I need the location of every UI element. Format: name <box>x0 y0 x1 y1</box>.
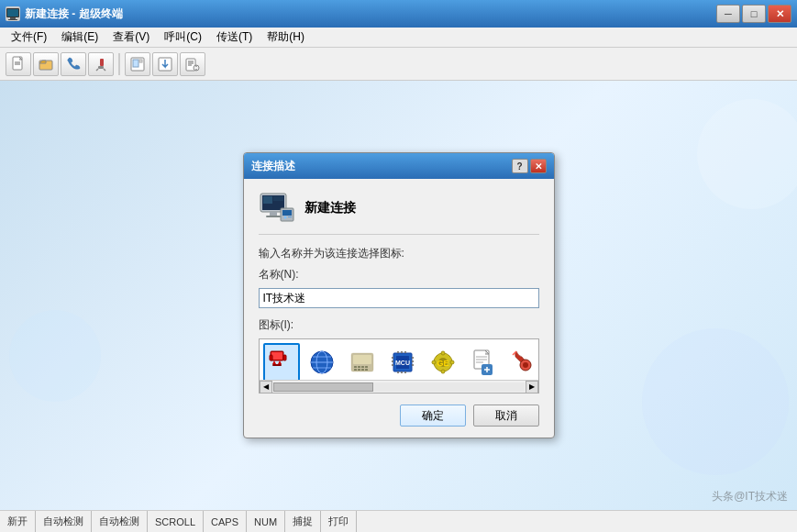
dialog-name-input[interactable] <box>259 288 539 308</box>
toolbar-props-btn[interactable] <box>180 52 205 76</box>
minimize-button[interactable]: ─ <box>716 5 740 23</box>
main-area: 连接描述 ? ✕ <box>0 81 797 510</box>
close-button[interactable]: ✕ <box>768 5 791 23</box>
icon-scrollbar: ◀ ▶ <box>260 380 538 393</box>
menu-call[interactable]: 呼叫(C) <box>157 28 209 47</box>
status-capture: 捕捉 <box>285 511 321 532</box>
svg-line-10 <box>96 69 98 71</box>
computer-icon <box>259 192 295 225</box>
toolbar-phone-btn[interactable] <box>61 52 86 76</box>
status-num: NUM <box>247 511 285 532</box>
svg-rect-64 <box>412 364 414 366</box>
svg-rect-37 <box>271 352 282 360</box>
svg-rect-50 <box>361 366 364 368</box>
svg-rect-49 <box>358 366 360 368</box>
modal-overlay: 连接描述 ? ✕ <box>0 81 797 510</box>
svg-rect-47 <box>353 355 371 364</box>
dialog-content: 新建连接 输入名称并为该连接选择图标: 名称(N): 图标(I): <box>244 179 554 438</box>
svg-rect-29 <box>273 196 283 201</box>
svg-rect-33 <box>282 210 292 216</box>
svg-rect-59 <box>392 357 393 359</box>
dialog-description: 输入名称并为该连接选择图标: <box>259 246 539 261</box>
icon-item-7[interactable] <box>505 343 539 382</box>
status-scroll: SCROLL <box>148 511 204 532</box>
menu-transfer[interactable]: 传送(T) <box>209 28 260 47</box>
menu-bar: 文件(F) 编辑(E) 查看(V) 呼叫(C) 传送(T) 帮助(H) <box>0 28 797 48</box>
svg-rect-63 <box>412 360 414 362</box>
icon-item-6[interactable] <box>465 343 502 382</box>
svg-rect-51 <box>365 366 368 368</box>
dialog-header-title: 新建连接 <box>304 200 356 216</box>
svg-rect-28 <box>263 196 272 204</box>
svg-point-34 <box>283 216 286 219</box>
cancel-button[interactable]: 取消 <box>473 405 539 427</box>
svg-rect-8 <box>100 59 104 66</box>
menu-edit[interactable]: 编辑(E) <box>54 28 105 47</box>
confirm-button[interactable]: 确定 <box>400 405 466 427</box>
svg-rect-66 <box>401 351 403 353</box>
icon-item-5[interactable]: GE <box>425 343 461 382</box>
svg-text:MCU: MCU <box>395 360 410 366</box>
status-print: 打印 <box>321 511 357 532</box>
dialog-title-bar: 连接描述 ? ✕ <box>244 153 554 179</box>
dialog-header: 新建连接 <box>259 192 539 235</box>
scroll-track[interactable] <box>273 382 525 392</box>
svg-rect-3 <box>8 19 17 20</box>
dialog-title: 连接描述 <box>251 159 512 174</box>
toolbar-new-btn[interactable] <box>6 52 31 76</box>
status-auto2: 自动检测 <box>92 511 148 532</box>
svg-rect-69 <box>401 371 403 373</box>
menu-file[interactable]: 文件(F) <box>4 28 54 47</box>
status-auto1: 自动检测 <box>36 511 92 532</box>
dialog-name-label: 名称(N): <box>259 267 539 283</box>
scroll-right-btn[interactable]: ▶ <box>526 381 538 393</box>
toolbar-send-btn[interactable] <box>125 52 150 76</box>
watermark: 头条@IT技术迷 <box>712 489 788 504</box>
svg-rect-48 <box>354 366 357 368</box>
connection-dialog: 连接描述 ? ✕ <box>243 152 555 438</box>
svg-rect-39 <box>270 355 272 360</box>
svg-rect-35 <box>288 216 292 217</box>
status-open: 新开 <box>6 511 36 532</box>
svg-rect-53 <box>358 369 360 371</box>
icon-list: MCU <box>260 339 538 385</box>
svg-rect-65 <box>397 351 399 353</box>
toolbar-disconnect-btn[interactable] <box>88 52 114 76</box>
toolbar-sep-1 <box>118 53 120 75</box>
app-icon <box>6 6 20 21</box>
scroll-left-btn[interactable]: ◀ <box>260 381 272 393</box>
dialog-icon-label: 图标(I): <box>259 317 539 333</box>
svg-text:GE: GE <box>437 359 448 368</box>
dialog-buttons: 确定 取消 <box>259 405 539 427</box>
dialog-help-button[interactable]: ? <box>512 159 528 173</box>
toolbar-recv-btn[interactable] <box>152 52 178 76</box>
svg-rect-67 <box>404 351 406 353</box>
svg-rect-61 <box>392 364 393 366</box>
svg-line-11 <box>104 69 105 71</box>
scroll-thumb <box>273 382 374 392</box>
icon-item-3[interactable] <box>344 343 381 382</box>
svg-rect-31 <box>266 216 281 217</box>
menu-view[interactable]: 查看(V) <box>105 28 157 47</box>
svg-rect-1 <box>7 9 18 17</box>
svg-rect-54 <box>361 369 364 371</box>
restore-button[interactable]: □ <box>742 5 766 23</box>
toolbar-open-btn[interactable] <box>33 52 59 76</box>
svg-rect-55 <box>365 369 368 371</box>
icon-item-2[interactable] <box>304 343 340 382</box>
dialog-close-button[interactable]: ✕ <box>530 159 547 173</box>
svg-rect-14 <box>139 60 142 62</box>
title-bar: 新建连接 - 超级终端 ─ □ ✕ <box>0 0 797 28</box>
menu-help[interactable]: 帮助(H) <box>260 28 312 47</box>
status-caps: CAPS <box>204 511 247 532</box>
icon-list-container: MCU <box>259 338 539 393</box>
dialog-title-buttons: ? ✕ <box>512 159 547 173</box>
icon-item-1[interactable] <box>263 343 300 382</box>
icon-item-4[interactable]: MCU <box>384 343 421 382</box>
window-title: 新建连接 - 超级终端 <box>25 6 716 22</box>
dialog-header-icon <box>259 192 295 225</box>
svg-rect-68 <box>397 371 399 373</box>
svg-rect-30 <box>270 212 277 216</box>
svg-rect-52 <box>354 369 357 371</box>
svg-rect-13 <box>133 60 138 67</box>
